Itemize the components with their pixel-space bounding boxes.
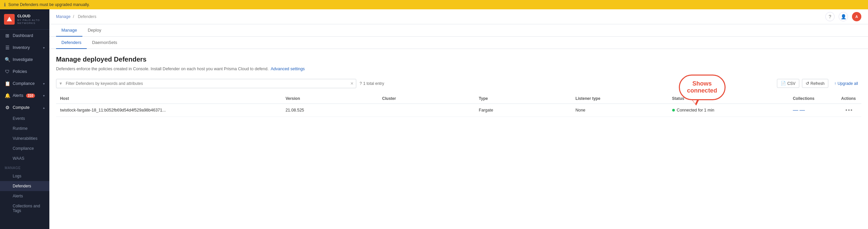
clear-icon[interactable]: ✕ <box>350 81 353 86</box>
defenders-label: Defenders <box>13 184 31 188</box>
page-content: Defenders DaemonSets Manage deployed Def… <box>50 37 868 229</box>
toolbar: ▼ ✕ ? 1 total entry 📄 CSV <box>56 79 861 88</box>
col-header-actions: Actions <box>837 93 861 104</box>
chevron-down-icon: ▾ <box>43 82 45 85</box>
sidebar-item-policies[interactable]: 🛡 Policies <box>0 66 50 78</box>
content-area: Manage / Defenders ? 👤 A Manage Deploy D… <box>50 9 868 229</box>
sidebar-item-compute[interactable]: ⚙ Compute ▴ <box>0 102 50 114</box>
col-header-type: Type <box>475 93 571 104</box>
col-header-listener: Listener type <box>571 93 668 104</box>
events-label: Events <box>13 116 25 121</box>
sidebar-sub-manage-alerts[interactable]: Alerts <box>0 191 50 201</box>
logo-icon <box>4 14 15 25</box>
sidebar-item-inventory[interactable]: ☰ Inventory ▾ <box>0 42 50 53</box>
sidebar-sub-events[interactable]: Events <box>0 114 50 123</box>
help-button[interactable]: ? <box>825 12 835 21</box>
page-title: Manage deployed Defenders <box>56 55 861 63</box>
upgrade-icon: ↑ <box>834 81 836 86</box>
compliance-compute-label: Compliance <box>13 146 34 151</box>
tab-daemonsets[interactable]: DaemonSets <box>87 37 122 49</box>
annotation-bubble: Shows connected <box>679 75 725 104</box>
advanced-settings-link[interactable]: Advanced settings <box>271 67 305 71</box>
page-description: Defenders enforce the policies created i… <box>56 66 861 72</box>
sidebar-sub-compliance-compute[interactable]: Compliance <box>0 144 50 153</box>
chevron-down-icon: ▾ <box>43 46 45 49</box>
sidebar-sub-vulnerabilities[interactable]: Vulnerabilities <box>0 133 50 144</box>
info-icon: ℹ <box>4 2 6 7</box>
sidebar-item-label: Dashboard <box>13 33 33 38</box>
breadcrumb-parent[interactable]: Manage <box>56 14 70 19</box>
logs-label: Logs <box>13 174 21 179</box>
collection-icon-1[interactable]: — <box>793 107 798 113</box>
cell-collections: — — <box>789 104 837 116</box>
col-header-collections: Collections <box>789 93 837 104</box>
breadcrumb-current: Defenders <box>78 14 96 19</box>
cell-host: twistlock-fargate-18_11:b052fb69d54d4f52… <box>56 104 282 116</box>
runtime-label: Runtime <box>13 126 28 131</box>
tab-manage[interactable]: Manage <box>56 24 83 37</box>
user-icon-button[interactable]: 👤 <box>839 12 848 21</box>
tab-deploy[interactable]: Deploy <box>83 24 106 37</box>
policies-icon: 🛡 <box>5 69 10 74</box>
cell-type: Fargate <box>475 104 571 116</box>
dashboard-icon: ⊞ <box>5 33 10 38</box>
svg-marker-0 <box>7 16 12 21</box>
collection-icon-2[interactable]: — <box>800 107 805 113</box>
collections-label: Collections and Tags <box>13 204 40 213</box>
main-tabs: Manage Deploy <box>50 24 868 37</box>
sidebar-sub-logs[interactable]: Logs <box>0 171 50 181</box>
manage-alerts-label: Alerts <box>13 194 23 198</box>
waas-label: WAAS <box>13 156 24 161</box>
sidebar-item-label: Compute <box>13 105 30 110</box>
alerts-icon: 🔔 <box>5 93 10 98</box>
col-header-cluster: Cluster <box>378 93 475 104</box>
cell-cluster <box>378 104 475 116</box>
sidebar-sub-waas[interactable]: WAAS <box>0 153 50 163</box>
breadcrumb: Manage / Defenders <box>56 14 98 19</box>
compute-icon: ⚙ <box>5 105 10 110</box>
cell-version: 21.08.525 <box>282 104 378 116</box>
actions-menu-button[interactable]: ••• <box>845 107 853 113</box>
logo-text: CLOUD <box>17 14 45 18</box>
search-box: ▼ ✕ <box>56 79 356 88</box>
cell-status: Shows connected Connected for 1 min <box>668 104 789 116</box>
sidebar-item-label: Compliance <box>13 81 35 86</box>
refresh-icon: ↺ <box>806 81 809 86</box>
sidebar-sub-runtime[interactable]: Runtime <box>0 123 50 133</box>
sidebar-sub-defenders[interactable]: Defenders <box>0 181 50 191</box>
search-icon: ▼ <box>59 81 63 86</box>
compliance-icon: 📋 <box>5 81 10 86</box>
search-input[interactable] <box>56 79 356 88</box>
sidebar-item-alerts[interactable]: 🔔 Alerts 310 ▾ <box>0 89 50 102</box>
status-dot <box>672 109 675 112</box>
sidebar-item-dashboard[interactable]: ⊞ Dashboard <box>0 30 50 42</box>
sidebar-item-label: Policies <box>13 69 27 74</box>
upgrade-banner: ℹ Some Defenders must be upgraded manual… <box>0 0 868 9</box>
sidebar-item-investigate[interactable]: 🔍 Investigate <box>0 53 50 66</box>
chevron-up-icon: ▴ <box>43 106 45 110</box>
upgrade-all-button[interactable]: ↑ Upgrade all <box>831 80 861 87</box>
avatar[interactable]: A <box>852 12 861 21</box>
chevron-down-icon: ▾ <box>43 94 45 98</box>
total-count-label: 1 total entry <box>363 81 384 86</box>
table-row: twistlock-fargate-18_11:b052fb69d54d4f52… <box>56 104 861 116</box>
sidebar-sub-collections[interactable]: Collections and Tags <box>0 201 50 216</box>
investigate-icon: 🔍 <box>5 57 10 62</box>
refresh-button[interactable]: ↺ Refresh <box>802 79 828 88</box>
col-header-version: Version <box>282 93 378 104</box>
help-count-icon: ? <box>360 81 362 86</box>
inventory-icon: ☰ <box>5 45 10 50</box>
vulnerabilities-label: Vulnerabilities <box>13 136 37 141</box>
page-body: Manage deployed Defenders Defenders enfo… <box>50 49 868 123</box>
defenders-table: Host Version Cluster Type Listener type … <box>56 93 861 117</box>
sidebar-item-label: Inventory <box>13 45 30 50</box>
sidebar: CLOUD BY PALO ALTO NETWORKS ⊞ Dashboard … <box>0 9 50 229</box>
csv-button[interactable]: 📄 CSV <box>777 79 799 88</box>
csv-icon: 📄 <box>781 81 786 86</box>
cell-listener: None <box>571 104 668 116</box>
tab-defenders[interactable]: Defenders <box>56 37 87 49</box>
sub-tabs: Defenders DaemonSets <box>50 37 868 49</box>
top-header: Manage / Defenders ? 👤 A <box>50 9 868 24</box>
col-header-host: Host <box>56 93 282 104</box>
sidebar-item-compliance[interactable]: 📋 Compliance ▾ <box>0 78 50 89</box>
